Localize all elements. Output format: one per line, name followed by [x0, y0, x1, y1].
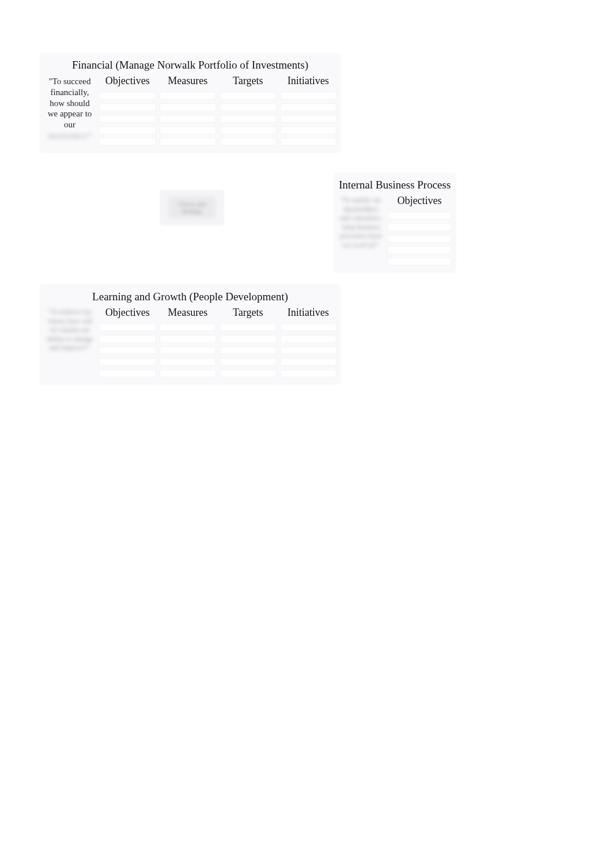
table-cell: [220, 103, 277, 111]
table-cell: [220, 358, 277, 366]
table-cell: [387, 223, 452, 231]
financial-question-visible: "To succeed financially, how should we a…: [45, 76, 95, 130]
internal-question-blurred: "To satisfy our shareholders and custome…: [338, 195, 384, 251]
learning-col-measures: Measures: [160, 307, 217, 378]
table-cell: [99, 369, 156, 378]
table-cell: [160, 323, 217, 331]
financial-col-measures: Measures: [160, 75, 217, 146]
table-cell: [160, 369, 217, 378]
col-header: Measures: [160, 307, 217, 320]
learning-panel: Learning and Growth (People Development)…: [40, 285, 340, 383]
table-cell: [99, 92, 156, 100]
financial-panel: Financial (Manage Norwalk Portfolio of I…: [40, 53, 340, 152]
col-header: Targets: [220, 75, 277, 88]
table-cell: [387, 235, 452, 243]
learning-columns: Objectives Measures Targets: [99, 307, 337, 378]
table-cell: [280, 369, 337, 378]
table-cell: [99, 358, 156, 366]
col-header: Objectives: [387, 195, 452, 208]
financial-question-blurred: shareholders?": [45, 131, 95, 141]
table-cell: [160, 335, 217, 343]
internal-col-objectives: Objectives: [387, 195, 452, 266]
table-cell: [160, 138, 217, 146]
table-cell: [160, 358, 217, 366]
internal-panel: Internal Business Process "To satisfy ou…: [334, 173, 455, 271]
col-header: Targets: [220, 307, 277, 320]
col-header: Initiatives: [280, 307, 337, 320]
table-cell: [99, 126, 156, 134]
financial-columns: Objectives Measures Targets: [99, 75, 337, 146]
table-cell: [99, 103, 156, 111]
internal-body: "To satisfy our shareholders and custome…: [338, 195, 452, 266]
table-cell: [387, 246, 452, 254]
table-cell: [280, 115, 337, 123]
financial-title: Financial (Manage Norwalk Portfolio of I…: [44, 56, 337, 75]
learning-col-initiatives: Initiatives: [280, 307, 337, 378]
col-header: Initiatives: [280, 75, 337, 88]
col-header: Objectives: [99, 75, 156, 88]
table-cell: [160, 92, 217, 100]
table-cell: [280, 323, 337, 331]
internal-columns: Objectives: [387, 195, 452, 266]
table-cell: [280, 103, 337, 111]
table-cell: [220, 138, 277, 146]
table-cell: [220, 92, 277, 100]
table-cell: [280, 346, 337, 354]
table-cell: [280, 335, 337, 343]
financial-col-objectives: Objectives: [99, 75, 156, 146]
col-header: Measures: [160, 75, 217, 88]
learning-body: "To achieve our vision, how will we sust…: [44, 307, 337, 378]
table-cell: [220, 126, 277, 134]
table-cell: [220, 369, 277, 378]
table-cell: [280, 92, 337, 100]
table-cell: [220, 323, 277, 331]
table-cell: [280, 358, 337, 366]
table-cell: [220, 115, 277, 123]
table-cell: [387, 258, 452, 266]
table-cell: [99, 346, 156, 354]
financial-body: "To succeed financially, how should we a…: [44, 75, 337, 146]
vision-box: Vision and Strategy: [160, 190, 224, 225]
financial-question: "To succeed financially, how should we a…: [44, 75, 96, 142]
learning-col-objectives: Objectives: [99, 307, 156, 378]
table-cell: [387, 212, 452, 220]
table-cell: [160, 115, 217, 123]
table-cell: [160, 103, 217, 111]
table-cell: [99, 138, 156, 146]
table-cell: [160, 346, 217, 354]
table-cell: [220, 346, 277, 354]
vision-text-blurred: Vision and Strategy: [169, 197, 215, 218]
learning-question-blurred: "To achieve our vision, how will we sust…: [44, 307, 96, 354]
financial-col-initiatives: Initiatives: [280, 75, 337, 146]
table-cell: [99, 115, 156, 123]
table-cell: [99, 335, 156, 343]
col-header: Objectives: [99, 307, 156, 320]
table-cell: [99, 323, 156, 331]
learning-col-targets: Targets: [220, 307, 277, 378]
table-cell: [280, 126, 337, 134]
table-cell: [280, 138, 337, 146]
internal-title: Internal Business Process: [338, 176, 452, 195]
financial-col-targets: Targets: [220, 75, 277, 146]
learning-title: Learning and Growth (People Development): [44, 288, 337, 307]
table-cell: [220, 335, 277, 343]
table-cell: [160, 126, 217, 134]
